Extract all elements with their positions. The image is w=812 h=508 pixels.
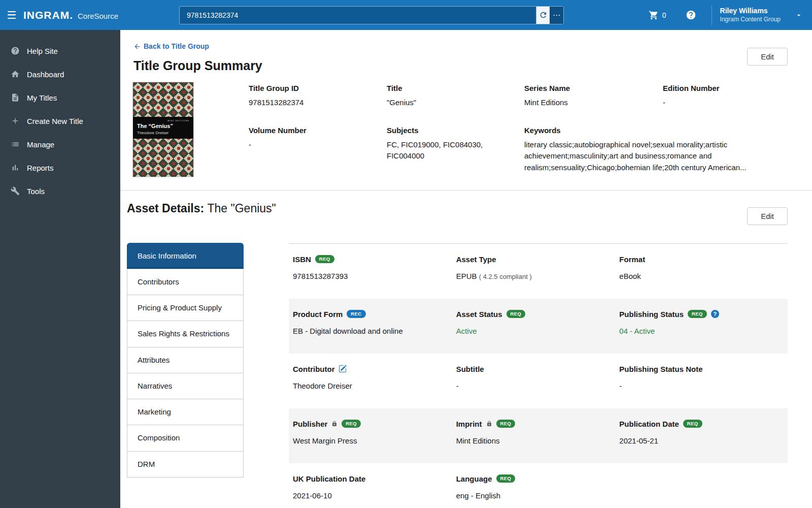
- field-label: Publication Date: [619, 420, 679, 428]
- field-value: eBook: [619, 272, 783, 280]
- field-label: Format: [619, 255, 645, 264]
- contributor-edit-icon[interactable]: [339, 365, 347, 373]
- sidebar-item-dashboard[interactable]: Dashboard: [0, 62, 120, 86]
- field-value: West Margin Press: [293, 436, 456, 445]
- sidebar-item-my-titles[interactable]: My Titles: [0, 86, 120, 109]
- field-value: -: [663, 97, 788, 109]
- sidebar-item-label: Reports: [27, 164, 54, 172]
- field-value: EPUB ( 4.2.5 compliant ): [456, 272, 620, 280]
- title-group-edit-button[interactable]: Edit: [747, 48, 788, 66]
- req-badge: REQ: [688, 310, 707, 318]
- field-value: eng - English: [456, 491, 620, 500]
- field-isbn: ISBN REQ 9781513287393: [293, 255, 456, 280]
- field-imprint: Imprint REQ Mint Editions: [456, 420, 620, 445]
- field-value: 2021-05-21: [619, 436, 783, 445]
- document-icon: [11, 93, 20, 102]
- header-help-button[interactable]: [686, 10, 696, 20]
- tab-contributors[interactable]: Contributors: [127, 269, 244, 295]
- cover-title-band: MINT EDITIONS The “Genius” Theodore Drei…: [133, 117, 193, 139]
- search-bar: ⋯: [179, 6, 564, 24]
- user-org: Ingram Content Group: [720, 16, 781, 23]
- asset-edit-button[interactable]: Edit: [747, 207, 788, 225]
- header-divider: [712, 5, 712, 25]
- field-label: UK Publication Date: [293, 474, 365, 483]
- field-value: literary classic;autobiographical novel;…: [524, 139, 788, 174]
- field-value: -: [619, 382, 783, 390]
- back-link-label: Back to Title Group: [144, 42, 209, 50]
- plus-icon: [11, 116, 20, 125]
- field-title-group-id: Title Group ID 9781513282374: [249, 84, 387, 112]
- field-asset-type: Asset Type EPUB ( 4.2.5 compliant ): [456, 255, 620, 280]
- field-publishing-status-note: Publishing Status Note -: [619, 365, 783, 390]
- field-value: FC, FIC019000, FIC084030, FIC004000: [387, 139, 524, 162]
- field-label: Series Name: [524, 84, 663, 92]
- field-publication-date: Publication Date REQ 2021-05-21: [619, 420, 783, 445]
- field-label: Publishing Status: [619, 310, 684, 319]
- basic-information-panel: ISBN REQ 9781513287393 Asset Type: [289, 243, 788, 508]
- sidebar-item-create-new-title[interactable]: Create New Title: [0, 109, 120, 133]
- field-label: ISBN: [293, 255, 311, 264]
- more-options-button[interactable]: ⋯: [550, 7, 563, 24]
- field-value: -: [456, 382, 620, 390]
- field-value: 9781513287393: [293, 272, 456, 280]
- field-label: Asset Status: [456, 310, 502, 319]
- main-content: Back to Title Group Title Group Summary …: [120, 30, 812, 508]
- tab-basic-information[interactable]: Basic Information: [127, 243, 244, 269]
- tab-marketing[interactable]: Marketing: [127, 399, 244, 425]
- search-input[interactable]: [180, 7, 536, 24]
- field-value: Active: [456, 327, 620, 335]
- field-publisher: Publisher REQ West Margin Press: [293, 420, 456, 445]
- asset-tab-list: Basic Information Contributors Pricing &…: [127, 243, 244, 508]
- asset-type-value: EPUB: [456, 272, 477, 280]
- user-menu[interactable]: Riley Williams Ingram Content Group: [720, 7, 803, 23]
- tab-drm[interactable]: DRM: [127, 451, 244, 478]
- back-to-title-group-link[interactable]: Back to Title Group: [133, 42, 209, 50]
- tab-pricing-product-supply[interactable]: Pricing & Product Supply: [127, 295, 244, 321]
- field-subtitle: Subtitle -: [456, 365, 620, 390]
- field-value: EB - Digital download and online: [293, 327, 456, 335]
- tab-narratives[interactable]: Narratives: [127, 373, 244, 399]
- tab-composition[interactable]: Composition: [127, 425, 244, 451]
- home-icon: [11, 70, 20, 79]
- sidebar-item-reports[interactable]: Reports: [0, 156, 120, 179]
- top-header: ☰ INGRAM. CoreSource ⋯ 0 Riley Williams: [0, 0, 812, 30]
- brand-logo: INGRAM. CoreSource: [23, 9, 118, 21]
- field-language: Language REQ eng - English: [456, 474, 620, 500]
- req-badge: REQ: [496, 474, 516, 483]
- sidebar-item-manage[interactable]: Manage: [0, 133, 120, 156]
- sidebar-item-help-site[interactable]: Help Site: [0, 39, 120, 62]
- refresh-button[interactable]: [536, 7, 550, 24]
- bar-chart-icon: [11, 163, 20, 172]
- hamburger-menu-icon[interactable]: ☰: [0, 9, 23, 21]
- sidebar-item-label: Tools: [27, 187, 45, 196]
- logo-ingram: INGRAM.: [23, 9, 73, 21]
- field-label: Product Form: [293, 310, 343, 319]
- header-right-cluster: 0 Riley Williams Ingram Content Group: [649, 5, 812, 25]
- tab-attributes[interactable]: Attributes: [127, 347, 244, 373]
- cart-button[interactable]: 0: [649, 10, 666, 20]
- field-value: Mint Editions: [524, 97, 663, 109]
- detail-row: Product Form REC EB - Digital download a…: [289, 299, 788, 354]
- cover-author: Theodore Dreiser: [137, 131, 189, 135]
- asset-heading-title: The "Genius": [208, 202, 276, 215]
- page-title: Title Group Summary: [133, 58, 262, 73]
- req-badge: REQ: [683, 420, 702, 428]
- lock-icon: [331, 421, 337, 427]
- book-cover-thumbnail: MINT EDITIONS The “Genius” Theodore Drei…: [133, 82, 193, 177]
- help-circle-icon: [11, 46, 20, 55]
- sidebar-item-label: My Titles: [27, 93, 57, 102]
- field-label: Subjects: [387, 126, 524, 135]
- detail-row: ISBN REQ 9781513287393 Asset Type: [289, 244, 788, 299]
- cart-count: 0: [662, 11, 666, 19]
- field-label: Subtitle: [456, 365, 484, 373]
- sidebar-item-label: Manage: [27, 140, 54, 149]
- user-name: Riley Williams: [720, 7, 781, 16]
- req-badge: REQ: [496, 420, 516, 428]
- tab-sales-rights-restrictions[interactable]: Sales Rights & Restrictions: [127, 321, 244, 347]
- sidebar-item-label: Create New Title: [27, 117, 83, 125]
- publishing-status-help-icon[interactable]: ?: [711, 310, 719, 318]
- field-value: 2021-06-10: [293, 491, 456, 500]
- field-asset-status: Asset Status REQ Active: [456, 310, 620, 335]
- sidebar-item-tools[interactable]: Tools: [0, 179, 120, 203]
- help-icon: [686, 10, 696, 20]
